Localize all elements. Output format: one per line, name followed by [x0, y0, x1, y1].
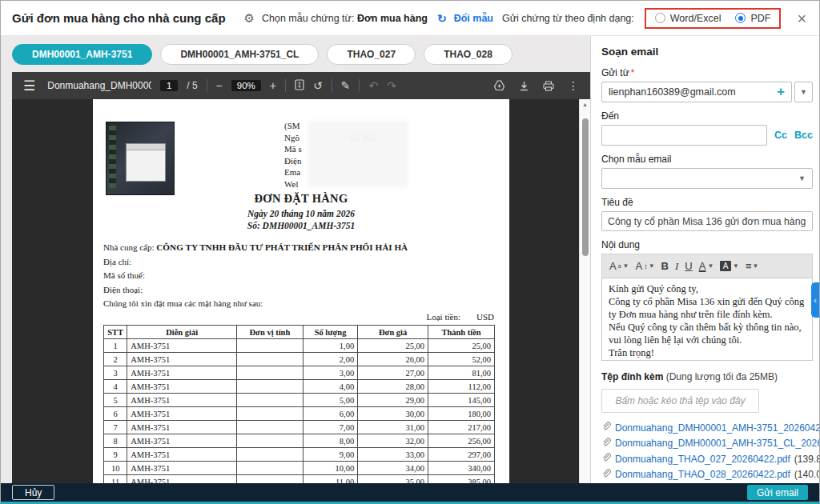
- format-label: Gửi chứng từ theo định dạng:: [502, 13, 634, 24]
- attachments-label: Tệp đính kèm: [601, 371, 663, 382]
- more-options-icon[interactable]: ⋮: [568, 80, 579, 91]
- required-asterisk: *: [631, 67, 635, 78]
- tab-dmh00001_amh-3751[interactable]: DMH00001_AMH-3751: [12, 44, 152, 65]
- zoom-out-button[interactable]: −: [216, 80, 223, 91]
- underline-icon[interactable]: U: [683, 260, 693, 272]
- radio-circle-checked-icon[interactable]: [735, 13, 746, 23]
- add-sender-icon[interactable]: +: [775, 86, 786, 98]
- table-cell: AMH-3751: [127, 462, 237, 475]
- table-cell: AMH-3751: [127, 394, 237, 407]
- attachment-link[interactable]: Donmuahang_THAO_028_20260422.pdf: [615, 469, 790, 480]
- table-row: 8AMH-37518,0032,00256,00: [104, 434, 495, 448]
- table-cell: 34,00: [358, 462, 428, 475]
- pdf-scrollbar[interactable]: ▲: [579, 99, 590, 483]
- scrollbar-up-icon[interactable]: ▲: [580, 102, 590, 107]
- main-area: DMH00001_AMH-3751DMH00001_AMH-3751_CLTHA…: [1, 36, 819, 483]
- table-cell: 4,00: [303, 380, 357, 394]
- tab-thao_027[interactable]: THAO_027: [327, 44, 416, 65]
- draw-icon[interactable]: ✎: [341, 80, 351, 91]
- send-purchase-order-dialog: Gửi đơn mua hàng cho nhà cung cấp ⚙ Chọn…: [0, 0, 820, 504]
- radio-pdf-label: PDF: [750, 13, 770, 24]
- table-cell: [236, 475, 303, 484]
- highlight-color-icon[interactable]: A▼: [718, 261, 741, 271]
- font-size-icon[interactable]: A↕▼: [634, 260, 657, 272]
- zoom-in-button[interactable]: +: [270, 80, 276, 91]
- italic-icon[interactable]: I: [673, 260, 680, 273]
- scrollbar-thumb[interactable]: [582, 118, 589, 256]
- radio-pdf[interactable]: PDF: [735, 13, 770, 24]
- column-header: Diễn giải: [127, 326, 237, 339]
- gear-icon[interactable]: ⚙: [244, 11, 255, 26]
- table-cell: 2,00: [303, 353, 357, 366]
- cancel-button[interactable]: Hủy: [12, 485, 54, 500]
- table-cell: 52,00: [428, 353, 495, 366]
- radio-word-excel[interactable]: Word/Excel: [655, 13, 722, 24]
- font-family-icon[interactable]: Aa▼: [608, 260, 631, 272]
- tax-line: Mã số thuế:: [103, 270, 499, 280]
- column-header: Đơn vị tính: [236, 326, 303, 339]
- table-cell: 3,00: [303, 366, 357, 380]
- table-cell: 385,00: [428, 475, 495, 484]
- order-items-table: STTDiễn giảiĐơn vị tínhSố lượngĐơn giáTh…: [103, 325, 495, 483]
- zoom-level[interactable]: 90%: [231, 80, 261, 91]
- table-cell: 1: [104, 339, 127, 353]
- company-line-fragment: Ngõ: [284, 133, 299, 142]
- table-cell: 29,00: [358, 394, 428, 407]
- save-to-drive-icon[interactable]: [493, 80, 505, 91]
- align-icon[interactable]: ≡▼: [744, 260, 760, 272]
- table-cell: 297,00: [428, 448, 495, 462]
- email-template-select[interactable]: ▼: [601, 168, 813, 189]
- attachment-link[interactable]: Donmuahang_DMH00001_AMH-3751_CL_20260422…: [615, 438, 819, 449]
- tab-thao_028[interactable]: THAO_028: [424, 44, 512, 65]
- undo-icon[interactable]: ↶: [368, 80, 378, 91]
- redo-icon[interactable]: ↷: [387, 80, 396, 91]
- attachment-link[interactable]: Donmuahang_THAO_027_20260422.pdf: [615, 454, 790, 465]
- pdf-filename: Donmuahang_DMH00001...: [47, 80, 151, 91]
- attachments-header: Tệp đính kèm (Dung lượng tối đa 25MB): [601, 371, 813, 382]
- download-icon[interactable]: [519, 81, 529, 91]
- close-icon[interactable]: ×: [795, 11, 808, 26]
- table-cell: [236, 394, 303, 407]
- table-cell: 9,00: [303, 448, 357, 462]
- file-dropzone[interactable]: Bấm hoặc kéo thả tệp vào đây: [601, 389, 759, 413]
- page-number-input[interactable]: 1: [160, 80, 178, 91]
- pdf-canvas[interactable]: (SM Ngõ- Hà Nội Mã s Điện Ema Wel ĐƠN ĐẶ…: [12, 99, 590, 483]
- fit-page-icon[interactable]: [295, 79, 304, 92]
- pdf-toolbar: ☰ Donmuahang_DMH00001... 1 / 5 − 90% + ↺…: [12, 72, 590, 99]
- radio-circle-icon[interactable]: [655, 13, 665, 23]
- table-row: 10AMH-375110,0034,00340,00: [104, 462, 495, 475]
- tab-dmh00001_amh-3751_cl[interactable]: DMH00001_AMH-3751_CL: [160, 44, 319, 65]
- refresh-icon[interactable]: ↻: [437, 12, 447, 25]
- cc-link[interactable]: Cc: [774, 130, 787, 141]
- subject-label: Tiêu đề: [601, 197, 813, 208]
- from-dropdown-button[interactable]: ▼: [794, 82, 813, 102]
- email-body-editor[interactable]: Kính gửi Quý công ty,Công ty cổ phần Mis…: [601, 278, 813, 361]
- email-body-paragraph: Công ty cổ phần Misa 136 xin gửi đến Quý…: [609, 295, 806, 321]
- attachments-list: Donmuahang_DMH00001_AMH-3751_20260422.pd…: [601, 420, 813, 482]
- table-cell: 5: [104, 394, 127, 407]
- table-cell: 217,00: [428, 421, 495, 434]
- bcc-link[interactable]: Bcc: [794, 130, 813, 141]
- to-input[interactable]: [601, 125, 767, 146]
- pdf-viewer: ☰ Donmuahang_DMH00001... 1 / 5 − 90% + ↺…: [12, 72, 590, 483]
- template-chooser[interactable]: Chọn mẫu chứng từ: Đơn mua hàng: [262, 13, 428, 24]
- subject-input[interactable]: Công ty cổ phần Misa 136 gửi đơn mua hàn…: [601, 211, 813, 231]
- menu-icon[interactable]: ☰: [23, 78, 35, 94]
- table-cell: 11,00: [303, 475, 357, 484]
- change-template-link[interactable]: Đổi mẫu: [454, 13, 493, 24]
- table-cell: 27,00: [358, 366, 428, 380]
- from-input[interactable]: lienphan160389@gmail.com +: [601, 82, 792, 102]
- collapse-panel-handle[interactable]: ‹: [811, 282, 819, 318]
- attachment-link[interactable]: Donmuahang_DMH00001_AMH-3751_20260422.pd…: [615, 422, 819, 434]
- rotate-icon[interactable]: ↺: [313, 80, 323, 91]
- currency-value: USD: [476, 312, 494, 322]
- table-cell: [236, 353, 303, 366]
- bold-icon[interactable]: B: [660, 260, 670, 272]
- pdf-page: (SM Ngõ- Hà Nội Mã s Điện Ema Wel ĐƠN ĐẶ…: [93, 99, 509, 483]
- table-cell: 25,00: [428, 339, 495, 353]
- send-email-button[interactable]: Gửi email: [747, 485, 808, 500]
- print-icon[interactable]: [543, 81, 554, 91]
- table-cell: 10: [104, 462, 127, 475]
- font-color-icon[interactable]: A▼: [697, 260, 716, 272]
- table-cell: AMH-3751: [127, 475, 237, 484]
